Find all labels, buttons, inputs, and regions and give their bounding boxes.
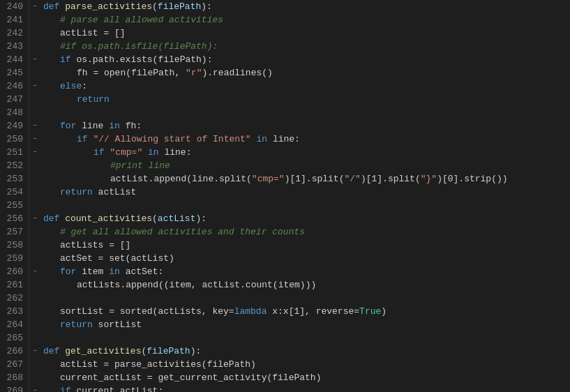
plain-token: line xyxy=(82,121,109,131)
code-line xyxy=(43,199,570,212)
plain-token: actList.append(line.split( xyxy=(110,174,252,184)
line-number: 266 xyxy=(3,345,23,358)
kw-token: in xyxy=(142,147,164,158)
plain-token: actList = [] xyxy=(60,28,126,38)
code-line: def count_activities(actList): xyxy=(43,212,570,225)
line-number: 262 xyxy=(3,292,23,305)
kw-token: def xyxy=(43,346,65,356)
str-token: "cmp=" xyxy=(110,147,142,158)
kw-token: def xyxy=(43,1,65,12)
line-number: 240 xyxy=(3,0,23,13)
line-number: 251 xyxy=(3,146,23,159)
plain-token: sortList = sorted(actLists, key= xyxy=(60,306,234,317)
collapse-button[interactable]: − xyxy=(29,133,40,146)
kw-token: if xyxy=(77,134,93,144)
code-line: return sortList xyxy=(43,318,570,331)
plain-token: : xyxy=(82,81,87,91)
code-line xyxy=(43,106,570,119)
collapse-button[interactable]: − xyxy=(29,53,40,66)
line-number: 267 xyxy=(3,358,23,371)
line-number: 244 xyxy=(3,53,23,66)
line-number: 255 xyxy=(3,199,23,212)
code-line: def parse_activities(filePath): xyxy=(43,0,570,13)
line-number: 268 xyxy=(3,371,23,384)
plain-token: x:x[1], reverse= xyxy=(272,306,359,317)
collapse-button[interactable]: − xyxy=(29,212,40,225)
line-number: 256 xyxy=(3,212,23,225)
kw-token: else xyxy=(60,81,82,91)
kw-token: return xyxy=(60,187,98,197)
code-line: return actList xyxy=(43,186,570,199)
kw-token: if xyxy=(60,54,76,65)
code-editor: 2402412422432442452462472482492502512522… xyxy=(0,0,570,392)
fn-token: get_activities xyxy=(65,346,141,356)
code-line: for item in actSet: xyxy=(43,265,570,278)
collapse-button[interactable]: − xyxy=(29,146,40,159)
line-number: 248 xyxy=(3,106,23,119)
plain-token: actList = parse_activities(filePath) xyxy=(60,359,256,370)
plain-token: )[1].split( xyxy=(361,174,421,184)
param-token: actList xyxy=(158,213,196,224)
line-number: 243 xyxy=(3,40,23,53)
kw-token: if xyxy=(93,147,110,158)
line-number: 253 xyxy=(3,172,23,186)
plain-token: ): xyxy=(195,213,207,224)
str-token: "// Allowing start of Intent" xyxy=(93,134,250,144)
code-line: actSet = set(actList) xyxy=(43,252,570,265)
plain-token: ( xyxy=(152,213,158,224)
line-number: 264 xyxy=(3,318,23,331)
kw-token: in xyxy=(109,121,125,131)
collapse-button[interactable]: − xyxy=(29,0,40,13)
plain-token: current_actList: xyxy=(76,386,163,392)
line-number: 247 xyxy=(3,93,23,106)
code-line: actList = parse_activities(filePath) xyxy=(43,358,570,371)
kw-token: for xyxy=(60,121,82,131)
plain-token: actSet = set(actList) xyxy=(60,253,174,264)
line-number: 241 xyxy=(3,13,23,27)
param-token: filePath xyxy=(147,346,190,356)
code-line: actLists = [] xyxy=(43,239,570,252)
plain-token: )[0].strip()) xyxy=(437,174,507,184)
collapse-button[interactable]: − xyxy=(29,384,40,392)
plain-token: ).readlines() xyxy=(202,68,272,78)
kw-token: if xyxy=(60,386,76,392)
code-line: #if os.path.isfile(filePath): xyxy=(43,40,570,53)
builtin-token: True xyxy=(359,306,381,317)
line-number: 260 xyxy=(3,265,23,278)
collapse-button[interactable]: − xyxy=(29,80,40,93)
line-number: 258 xyxy=(3,239,23,252)
line-number: 263 xyxy=(3,305,23,318)
plain-token: os.path.exists(filePath): xyxy=(76,54,212,65)
code-line: if "// Allowing start of Intent" in line… xyxy=(43,133,570,146)
plain-token: actSet: xyxy=(126,266,164,277)
collapse-button[interactable]: − xyxy=(29,119,40,133)
line-number: 261 xyxy=(3,278,23,292)
plain-token: actLists.append((item, actList.count(ite… xyxy=(77,280,316,290)
line-number: 252 xyxy=(3,159,23,172)
line-numbers: 2402412422432442452462472482492502512522… xyxy=(0,0,29,392)
code-area: 2402412422432442452462472482492502512522… xyxy=(0,0,570,392)
code-line: current_actList = get_current_activity(f… xyxy=(43,371,570,384)
line-number: 249 xyxy=(3,119,23,133)
line-number: 254 xyxy=(3,186,23,199)
plain-token: ( xyxy=(152,1,158,12)
code-line xyxy=(43,331,570,345)
collapse-button[interactable]: − xyxy=(29,265,40,278)
code-line: # get all allowed activities and their c… xyxy=(43,225,570,239)
cm-token: #print line xyxy=(110,160,170,171)
str-token: "cmp=" xyxy=(252,174,285,184)
cm-token: # parse all allowed activities xyxy=(60,15,223,25)
line-number: 245 xyxy=(3,66,23,80)
collapse-column[interactable]: − − − −−− − − − − xyxy=(29,0,40,392)
line-number: 259 xyxy=(3,252,23,265)
plain-token: ): xyxy=(190,346,202,356)
plain-token: )[1].split( xyxy=(285,174,345,184)
str-token: "r" xyxy=(186,68,202,78)
param-token: filePath xyxy=(158,1,201,12)
code-content: def parse_activities(filePath):# parse a… xyxy=(40,0,570,392)
kw-token: return xyxy=(60,319,98,330)
plain-token: fh = open(filePath, xyxy=(77,68,186,78)
collapse-button[interactable]: − xyxy=(29,345,40,358)
fn-token: count_activities xyxy=(65,213,152,224)
cm-token: #if os.path.isfile(filePath): xyxy=(60,41,218,52)
